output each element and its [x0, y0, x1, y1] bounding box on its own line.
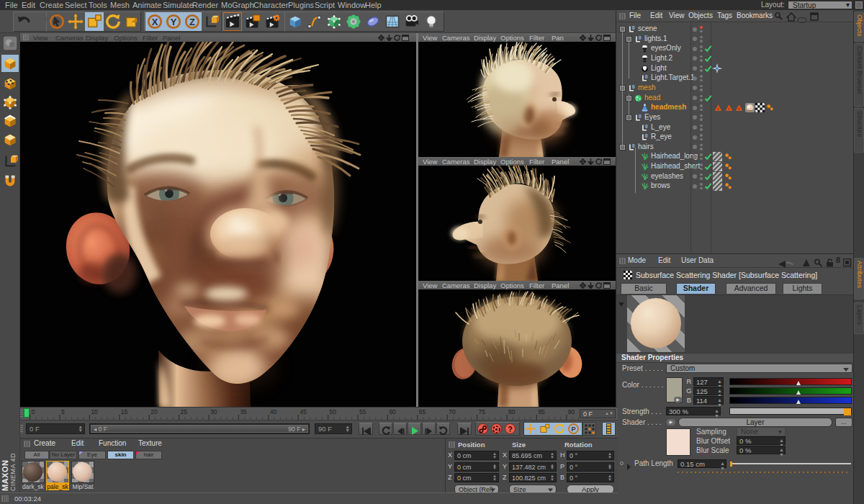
svg-text:10: 10: [91, 408, 98, 415]
svg-text:35: 35: [240, 408, 247, 415]
svg-text:45: 45: [300, 408, 307, 415]
svg-text:50: 50: [330, 408, 337, 415]
svg-text:75: 75: [479, 408, 486, 415]
svg-text:20: 20: [150, 408, 158, 415]
svg-text:65: 65: [419, 408, 426, 415]
svg-text:0: 0: [32, 408, 35, 415]
svg-text:15: 15: [121, 408, 128, 415]
svg-text:60: 60: [389, 408, 396, 415]
svg-text:25: 25: [181, 408, 188, 415]
svg-text:80: 80: [508, 408, 516, 415]
svg-text:70: 70: [449, 408, 456, 415]
svg-text:5: 5: [61, 408, 65, 415]
svg-text:40: 40: [270, 408, 277, 415]
svg-text:85: 85: [538, 408, 545, 415]
svg-text:P: P: [571, 426, 575, 433]
svg-text:55: 55: [359, 408, 366, 415]
svg-text:90: 90: [568, 408, 575, 415]
svg-text:?: ?: [508, 426, 512, 433]
svg-text:30: 30: [210, 408, 217, 415]
